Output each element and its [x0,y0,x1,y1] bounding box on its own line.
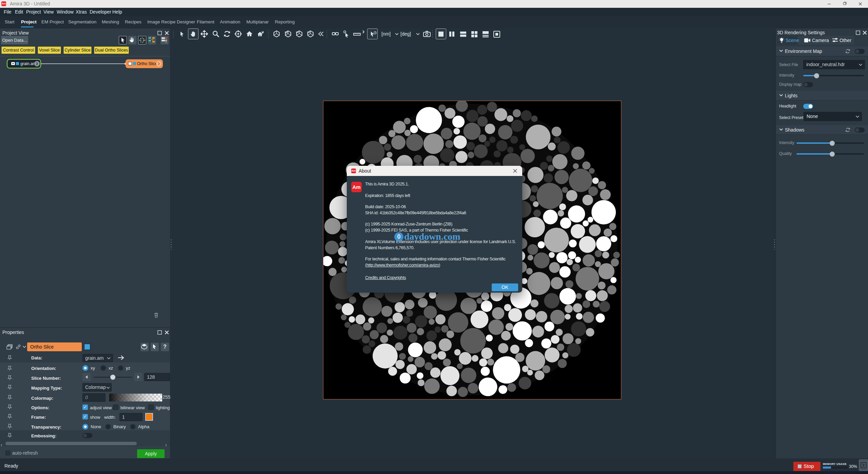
svg-text:grain.am: grain.am [20,61,36,66]
svg-text:xy: xy [285,31,288,34]
svg-text:ⓘ: ⓘ [374,31,377,35]
svg-text:yz: yz [307,31,310,34]
svg-text:xz: xz [296,31,299,34]
svg-text:Ortho Slice: Ortho Slice [137,61,157,66]
